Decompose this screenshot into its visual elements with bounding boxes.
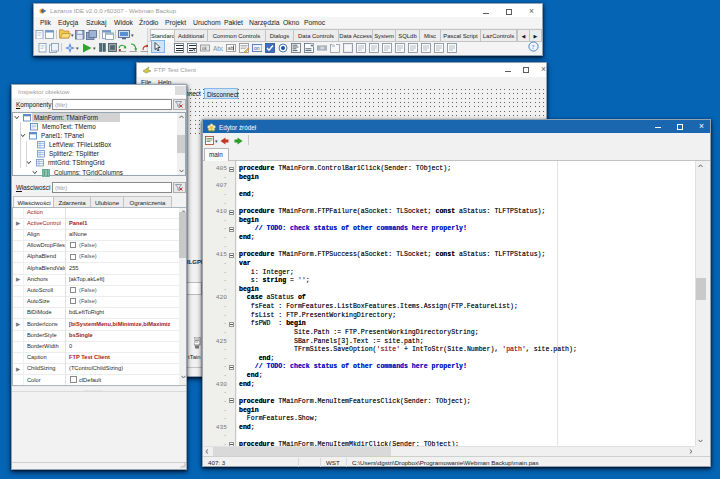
svg-text:ok: ok (202, 45, 208, 50)
svg-text:?: ? (532, 43, 535, 50)
svg-text:on: on (254, 44, 260, 50)
svg-text:G: G (332, 44, 335, 48)
svg-text:Abc: Abc (213, 44, 223, 51)
svg-text:ab: ab (228, 45, 234, 51)
